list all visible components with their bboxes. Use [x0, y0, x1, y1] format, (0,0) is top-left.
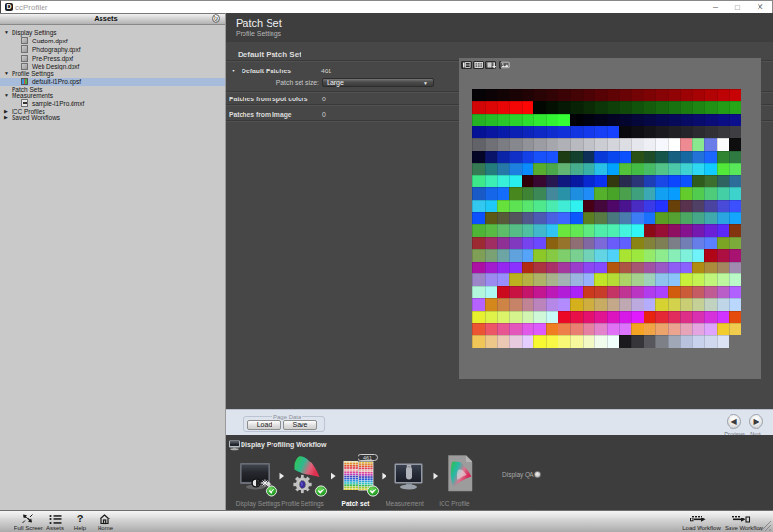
- svg-text:?: ?: [77, 513, 84, 524]
